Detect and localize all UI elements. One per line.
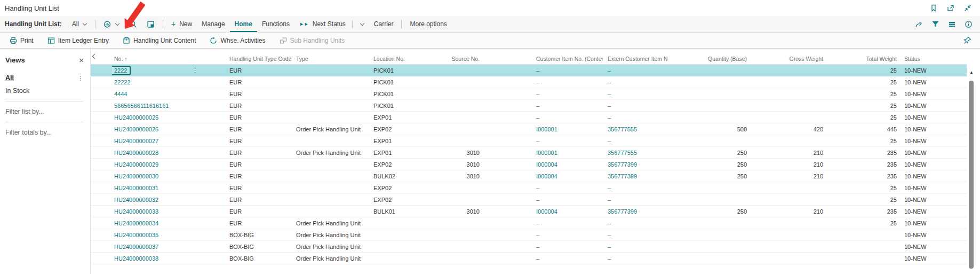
- view-item-in-stock[interactable]: In Stock: [5, 84, 84, 97]
- table-row[interactable]: HU24000000030EURBULK023010I0000043567773…: [91, 170, 967, 182]
- column-header-gross[interactable]: Gross Weight: [748, 56, 824, 62]
- collapse-icon[interactable]: [963, 4, 971, 12]
- scrollbar-thumb[interactable]: [969, 81, 974, 269]
- table-row[interactable]: HU24000000028EUROrder Pick Handling Unit…: [91, 147, 967, 159]
- table-row[interactable]: HU24000000037BOX-BIGOrder Pick Handling …: [91, 241, 967, 253]
- cell-cust[interactable]: I000004: [483, 161, 603, 168]
- cell-no[interactable]: 2222: [112, 66, 229, 75]
- cell-cust[interactable]: –: [483, 232, 603, 238]
- column-header-qty[interactable]: Quantity (Base): [668, 56, 748, 62]
- item-ledger-entry-button[interactable]: Item Ledger Entry: [47, 37, 109, 44]
- list-layout-icon[interactable]: [948, 20, 956, 28]
- cell-cust[interactable]: –: [483, 197, 603, 203]
- view-options-ellipsis-icon[interactable]: ⋮: [77, 74, 84, 82]
- table-row[interactable]: 22222EURPICK01––2510-NEW: [91, 76, 967, 88]
- cell-no[interactable]: HU24000000032: [112, 197, 229, 203]
- cell-no[interactable]: HU24000000027: [112, 138, 229, 144]
- view-filter-dropdown[interactable]: All: [67, 16, 92, 32]
- cell-cust[interactable]: –: [483, 244, 603, 250]
- cell-cust[interactable]: I000004: [483, 173, 603, 179]
- cell-ext[interactable]: 356777399: [603, 208, 668, 215]
- cell-ext[interactable]: –: [603, 232, 668, 238]
- table-row[interactable]: 4444EURPICK01––2510-NEW: [91, 88, 967, 100]
- table-row[interactable]: HU24000000026EUROrder Pick Handling Unit…: [91, 123, 967, 135]
- cell-ext[interactable]: 356777399: [603, 161, 668, 168]
- tab-home[interactable]: Home: [230, 16, 257, 32]
- analysis-mode-icon[interactable]: [99, 16, 124, 32]
- column-header-source[interactable]: Source No.: [432, 56, 483, 62]
- cell-ext[interactable]: –: [603, 79, 668, 85]
- cell-cust[interactable]: –: [483, 91, 603, 97]
- view-item-all[interactable]: All ⋮: [5, 72, 84, 84]
- cell-cust[interactable]: –: [483, 103, 603, 109]
- print-button[interactable]: Print: [10, 37, 34, 44]
- cell-ext[interactable]: 356777399: [603, 173, 668, 179]
- cell-ext[interactable]: –: [603, 138, 668, 144]
- table-row[interactable]: HU24000000031EUREXP02––2510-NEW: [91, 182, 967, 194]
- cell-cust[interactable]: I000004: [483, 208, 603, 215]
- share-icon[interactable]: [915, 20, 923, 28]
- cell-no[interactable]: HU24000000037: [112, 244, 229, 250]
- cell-cust[interactable]: I000001: [483, 150, 603, 156]
- cell-cust[interactable]: –: [483, 138, 603, 144]
- cell-no[interactable]: HU24000000033: [112, 208, 229, 215]
- whse-activities-button[interactable]: Whse. Activities: [210, 37, 265, 44]
- focused-cell[interactable]: 2222: [112, 66, 131, 75]
- handling-unit-content-button[interactable]: Handling Unit Content: [123, 37, 196, 44]
- popout-icon[interactable]: [946, 4, 954, 12]
- table-row[interactable]: HU24000000025EUREXP01––2510-NEW: [91, 112, 967, 123]
- column-header-typecode[interactable]: Handling Unit Type Code: [229, 56, 296, 62]
- close-icon[interactable]: ×: [79, 57, 84, 64]
- cell-ext[interactable]: –: [603, 255, 668, 262]
- cell-cust[interactable]: I000001: [483, 126, 603, 132]
- cell-no[interactable]: HU24000000031: [112, 185, 229, 191]
- cell-no[interactable]: 56656566111616161: [112, 103, 229, 109]
- cell-no[interactable]: 4444: [112, 91, 229, 97]
- cell-ext[interactable]: –: [603, 185, 668, 191]
- cell-ext[interactable]: 356777555: [603, 150, 668, 156]
- cell-cust[interactable]: –: [483, 220, 603, 226]
- cell-ext[interactable]: 356777555: [603, 126, 668, 132]
- cell-cust[interactable]: –: [483, 67, 603, 74]
- functions-button[interactable]: Functions: [257, 16, 294, 32]
- column-header-no[interactable]: No. ↑: [112, 56, 229, 62]
- cell-no[interactable]: HU24000000029: [112, 161, 229, 168]
- scroll-up-icon[interactable]: ▲: [968, 70, 975, 75]
- cell-ext[interactable]: –: [603, 67, 668, 74]
- table-row[interactable]: HU24000000035BOX-BIGOrder Pick Handling …: [91, 229, 967, 241]
- row-context-menu-icon[interactable]: ⋮: [192, 67, 198, 74]
- cell-no[interactable]: HU24000000030: [112, 173, 229, 179]
- table-row[interactable]: HU24000000034EUROrder Pick Handling Unit…: [91, 217, 967, 229]
- column-header-status[interactable]: Status: [898, 56, 955, 62]
- pin-icon[interactable]: [963, 36, 971, 44]
- view-options-icon[interactable]: [142, 16, 160, 32]
- cell-no[interactable]: HU24000000034: [112, 220, 229, 226]
- cell-cust[interactable]: –: [483, 185, 603, 191]
- table-row[interactable]: HU24000000038BOX-BIGOrder Pick Handling …: [91, 253, 967, 264]
- cell-no[interactable]: HU24000000028: [112, 150, 229, 156]
- next-status-dropdown[interactable]: [354, 16, 369, 32]
- table-row[interactable]: HU24000000033EURBULK013010I0000043567773…: [91, 206, 967, 217]
- table-row[interactable]: HU24000000029EUREXP023010I00000435677739…: [91, 159, 967, 170]
- cell-cust[interactable]: –: [483, 114, 603, 121]
- carrier-button[interactable]: Carrier: [369, 16, 399, 32]
- filter-list-by-button[interactable]: Filter list by...: [5, 105, 84, 118]
- manage-button[interactable]: Manage: [197, 16, 229, 32]
- info-icon[interactable]: [965, 20, 973, 28]
- cell-ext[interactable]: –: [603, 114, 668, 121]
- cell-cust[interactable]: –: [483, 255, 603, 262]
- cell-cust[interactable]: –: [483, 79, 603, 85]
- column-header-type[interactable]: Type: [296, 56, 373, 62]
- cell-ext[interactable]: –: [603, 197, 668, 203]
- new-button[interactable]: + New: [166, 16, 197, 32]
- vertical-scrollbar[interactable]: ▲: [967, 49, 976, 274]
- column-header-ext[interactable]: Extern Customer Item No. (Content): [603, 56, 668, 62]
- search-icon[interactable]: [124, 16, 142, 32]
- table-row[interactable]: 2222EURPICK01––2510-NEW⋮: [91, 65, 967, 76]
- table-row[interactable]: 56656566111616161EURPICK01––2510-NEW: [91, 100, 967, 112]
- cell-ext[interactable]: –: [603, 220, 668, 226]
- cell-no[interactable]: HU24000000026: [112, 126, 229, 132]
- filter-totals-by-button[interactable]: Filter totals by...: [5, 126, 84, 139]
- cell-ext[interactable]: –: [603, 103, 668, 109]
- cell-no[interactable]: HU24000000038: [112, 255, 229, 262]
